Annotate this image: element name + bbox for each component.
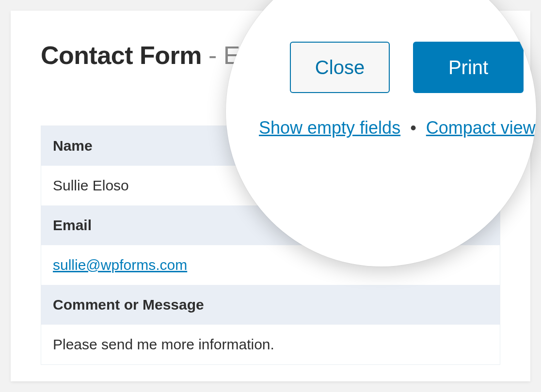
- view-options: Show empty fields • Compact view: [259, 118, 536, 138]
- show-empty-fields-link[interactable]: Show empty fields: [259, 118, 400, 138]
- close-button[interactable]: Close: [290, 42, 390, 93]
- print-button[interactable]: Print: [413, 42, 524, 93]
- email-link[interactable]: sullie@wpforms.com: [53, 257, 187, 273]
- field-value: Please send me more information.: [41, 325, 500, 364]
- compact-view-link[interactable]: Compact view: [426, 118, 536, 138]
- field-label: Comment or Message: [41, 285, 500, 325]
- button-row: Close Print: [290, 42, 524, 93]
- separator-dot: •: [405, 118, 421, 138]
- page-title-bold: Contact Form: [41, 41, 202, 69]
